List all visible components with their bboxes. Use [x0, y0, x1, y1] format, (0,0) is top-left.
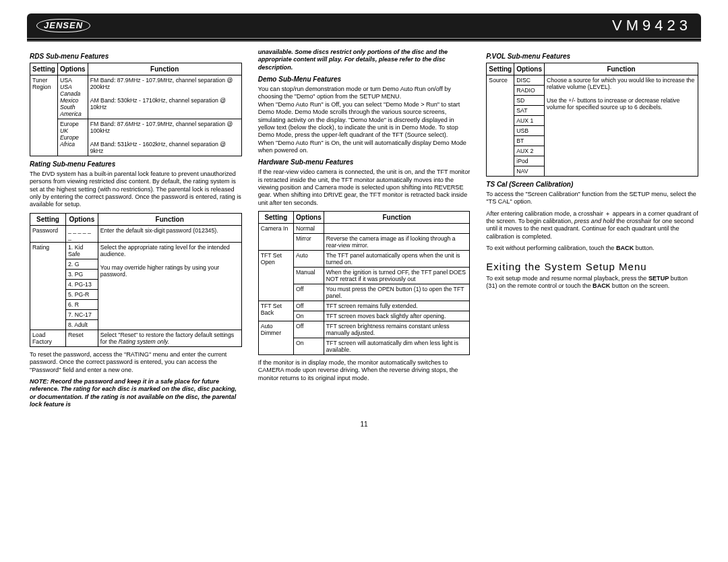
cell: Load Factory — [30, 330, 66, 346]
cell: Rating — [30, 242, 66, 330]
tscal-p3: To exit without performing calibration, … — [486, 245, 698, 252]
cell: USAUSA Canada Mexico South America — [57, 75, 88, 119]
cell: On — [294, 311, 324, 321]
th-options: Options — [57, 63, 88, 75]
demo-title: Demo Sub-Menu Features — [258, 75, 471, 83]
cell: 7. NC-17 — [66, 309, 98, 319]
cell: EuropeUK Europe Africa — [57, 119, 88, 156]
demo-para: You can stop/run demonstration mode or t… — [258, 86, 471, 154]
cell: FM Band: 87.6MHz - 107.9MHz, channel sep… — [88, 119, 241, 156]
tscal-p1: To access the "Screen Calibration" funct… — [486, 191, 698, 206]
cell: RADIO — [514, 86, 545, 96]
th-setting: Setting — [30, 213, 66, 225]
th-options: Options — [294, 212, 324, 224]
pvol-table: Setting Options Function Source DISC Cho… — [486, 63, 698, 177]
column-left: RDS Sub-menu Features Setting Options Fu… — [30, 49, 242, 408]
cell: AUX 1 — [514, 116, 545, 126]
cell: You must press the OPEN button (1) to op… — [324, 284, 470, 301]
accent-divider — [27, 38, 701, 42]
header-bar: JENSEN VM9423 — [27, 13, 701, 38]
th-setting: Setting — [258, 212, 293, 224]
hw-title: Hardware Sub-menu Features — [258, 158, 471, 166]
cell: Auto Dimmer — [258, 321, 293, 355]
rds-title: RDS Sub-menu Features — [30, 53, 242, 60]
cell: Off — [294, 284, 324, 301]
cell: TFT Set Open — [258, 251, 293, 301]
cell: 5. PG-R — [66, 289, 98, 299]
cell: AUX 2 — [514, 146, 545, 156]
cell: Camera In — [258, 224, 293, 251]
cell: The TFT panel automatically opens when t… — [324, 251, 470, 268]
note-1: NOTE: Record the password and keep it in… — [30, 378, 242, 408]
th-options: Options — [514, 63, 545, 75]
page-number: 11 — [27, 420, 701, 428]
cell: Reset — [66, 330, 98, 346]
cell: Off — [294, 321, 324, 338]
cell: Reverse the camera image as if looking t… — [324, 234, 470, 251]
cell: TFT screen will automatically dim when l… — [324, 338, 470, 355]
model-number: VM9423 — [612, 17, 692, 34]
cell: 4. PG-13 — [66, 279, 98, 289]
rating-intro: The DVD system has a built-in parental l… — [30, 170, 242, 209]
cell: Mirror — [294, 234, 324, 251]
cell: SD — [514, 96, 545, 106]
tscal-p2: After entering calibration mode, a cross… — [486, 210, 698, 241]
cell: iPod — [514, 156, 545, 166]
th-setting: Setting — [487, 63, 514, 75]
cell: TFT screen remains fully extended. — [324, 301, 470, 311]
cell: On — [294, 338, 324, 355]
th-function: Function — [324, 212, 470, 224]
cell: NAV — [514, 166, 545, 177]
pvol-title: P.VOL Sub-menu Features — [486, 53, 698, 60]
cell: Password — [30, 225, 66, 242]
cell: Choose a source for which you would like… — [545, 75, 698, 177]
cell: TFT Set Back — [258, 301, 293, 321]
cell: Tuner Region — [30, 75, 58, 156]
cell: 3. PG — [66, 269, 98, 279]
cell: Select the appropriate rating level for … — [98, 242, 241, 330]
cell: 2. G — [66, 259, 98, 269]
logo: JENSEN — [36, 19, 90, 32]
rating-title: Rating Sub-menu Features — [30, 160, 242, 168]
cell: 8. Adult — [66, 319, 98, 330]
cell: DISC — [514, 75, 545, 86]
cell: Normal — [294, 224, 324, 234]
cell: Manual — [294, 268, 324, 284]
column-middle: unavailable. Some discs restrict only po… — [258, 49, 471, 408]
cell: TFT screen moves back slightly after ope… — [324, 311, 470, 321]
cell: Auto — [294, 251, 324, 268]
cell: 6. R — [66, 299, 98, 309]
cell: _ _ _ _ _ _ — [66, 225, 98, 242]
th-options: Options — [66, 213, 98, 225]
hw-intro: If the rear-view video camera is connect… — [258, 168, 471, 207]
th-function: Function — [88, 63, 241, 75]
exit-heading: Exiting the System Setup Menu — [486, 261, 698, 272]
cell: Off — [294, 301, 324, 311]
cell: BT — [514, 136, 545, 146]
cell: Enter the default six-digit password (01… — [98, 225, 241, 242]
reset-para: To reset the password, access the "RATIN… — [30, 351, 242, 374]
rds-table: Setting Options Function Tuner Region US… — [30, 63, 242, 156]
logo-text: JENSEN — [36, 19, 90, 32]
plus-icon: ＋ — [605, 210, 611, 217]
rating-table: Setting Options Function Password _ _ _ … — [30, 213, 242, 347]
cell: SAT — [514, 106, 545, 116]
hw-outro: If the monitor is in display mode, the m… — [258, 359, 471, 382]
cell — [324, 224, 470, 234]
exit-para: To exit setup mode and resume normal pla… — [486, 275, 698, 290]
column-right: P.VOL Sub-menu Features Setting Options … — [486, 49, 698, 408]
th-function: Function — [98, 213, 241, 225]
note-cont: unavailable. Some discs restrict only po… — [258, 49, 471, 71]
cell: Source — [487, 75, 514, 177]
tscal-title: TS Cal (Screen Calibration) — [486, 181, 698, 188]
hardware-table: Setting Options Function Camera In Norma… — [258, 211, 471, 355]
cell: FM Band: 87.9MHz - 107.9MHz, channel sep… — [88, 75, 241, 119]
th-function: Function — [545, 63, 698, 75]
cell: USB — [514, 126, 545, 136]
cell: When the ignition is turned OFF, the TFT… — [324, 268, 470, 284]
th-setting: Setting — [30, 63, 58, 75]
cell: 1. Kid Safe — [66, 242, 98, 259]
cell: TFT screen brightness remains constant u… — [324, 321, 470, 338]
cell: Select "Reset" to restore the factory de… — [98, 330, 241, 346]
